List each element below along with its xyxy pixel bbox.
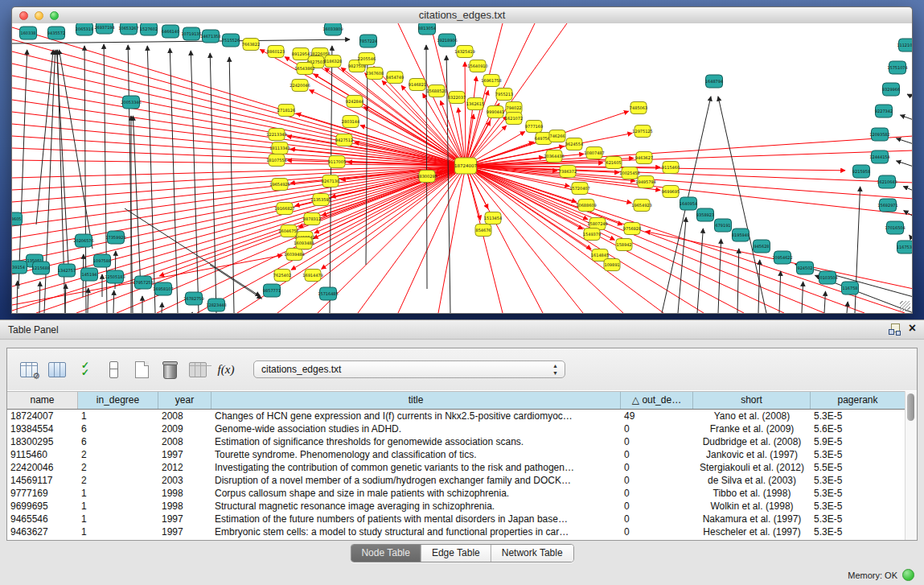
graph-node[interactable]: 26937194 xyxy=(94,23,114,34)
column-header-in_degree[interactable]: in_degree xyxy=(78,392,158,409)
graph-node[interactable]: 16958107 xyxy=(153,282,173,295)
tab-node-table[interactable]: Node Table xyxy=(351,545,421,562)
table-cell-title[interactable]: Structural magnetic resonance image aver… xyxy=(211,500,621,513)
table-row[interactable]: 1938455462009Genome-wide association stu… xyxy=(7,422,906,435)
graph-node[interactable]: 12975125 xyxy=(632,126,652,138)
graph-node[interactable]: 15692971 xyxy=(877,199,897,212)
graph-node[interactable]: 9756928 xyxy=(623,223,641,235)
graph-node[interactable]: 10688609 xyxy=(576,200,596,212)
table-cell-in_degree[interactable]: 2 xyxy=(78,474,158,487)
table-cell-name[interactable]: 14569117 xyxy=(7,474,78,487)
table-cell-pagerank[interactable]: 5.3E-5 xyxy=(811,525,906,538)
table-cell-in_degree[interactable]: 1 xyxy=(78,500,158,513)
graph-node[interactable]: 2065319 xyxy=(76,23,93,35)
table-cell-pagerank[interactable]: 5.3E-5 xyxy=(811,410,906,422)
table-cell-title[interactable]: Embryonic stem cells: a model to study s… xyxy=(211,525,621,538)
graph-node[interactable]: 12444154 xyxy=(869,150,889,163)
graph-node[interactable]: 7955213 xyxy=(495,89,513,101)
table-cell-pagerank[interactable]: 5.3E-5 xyxy=(811,487,906,500)
graph-node[interactable]: 18107554 xyxy=(266,154,286,167)
table-row[interactable]: 946362711997Embryonic stem cells: a mode… xyxy=(7,525,906,538)
table-cell-short[interactable]: Wolkin et al. (1998) xyxy=(693,500,811,513)
graph-node[interactable]: 12823448 xyxy=(206,299,226,311)
table-cell-year[interactable]: 1998 xyxy=(158,487,211,500)
table-cell-pagerank[interactable]: 5.3E-5 xyxy=(811,500,906,513)
table-cell-out_de[interactable]: 0 xyxy=(621,435,693,448)
graph-node[interactable]: 16961758 xyxy=(481,75,501,87)
minimize-window-icon[interactable] xyxy=(35,11,43,20)
graph-node[interactable]: 9857771 xyxy=(263,284,281,297)
graph-node[interactable]: 16033809 xyxy=(322,23,343,35)
table-settings-icon[interactable]: ⚙ xyxy=(18,359,39,380)
memory-status-icon[interactable] xyxy=(902,569,914,581)
tab-edge-table[interactable]: Edge Table xyxy=(421,545,491,562)
zoom-window-icon[interactable] xyxy=(50,11,59,20)
graph-node[interactable]: 9463627 xyxy=(635,152,653,164)
graph-node[interactable]: 7625402 xyxy=(273,270,291,282)
close-panel-icon[interactable]: × xyxy=(909,323,916,334)
graph-node[interactable]: 8322037 xyxy=(448,92,466,104)
graph-node[interactable]: 16914479 xyxy=(302,270,322,282)
table-cell-title[interactable]: Tourette syndrome. Phenomenology and cla… xyxy=(211,448,621,461)
graph-node[interactable]: 9242844 xyxy=(346,96,363,108)
table-cell-pagerank[interactable]: 5.3E-5 xyxy=(811,513,906,525)
graph-node[interactable]: 10719135 xyxy=(181,27,201,40)
graph-node[interactable]: 8186328 xyxy=(324,56,342,68)
graph-node[interactable]: 2205546 xyxy=(358,53,376,65)
table-cell-name[interactable]: 9777169 xyxy=(7,487,78,500)
table-cell-title[interactable]: Disruption of a novel member of a sodium… xyxy=(211,474,621,487)
graph-node[interactable]: 10954622 xyxy=(772,251,792,264)
graph-node[interactable]: 14325419 xyxy=(454,46,474,58)
table-cell-year[interactable]: 2012 xyxy=(158,461,211,474)
graph-node[interactable]: 2367608 xyxy=(366,68,384,80)
graph-node[interactable]: 8195949 xyxy=(732,229,749,241)
graph-node[interactable]: 9427512 xyxy=(335,134,353,146)
close-window-icon[interactable] xyxy=(19,11,28,20)
graph-node[interactable]: 1342757 xyxy=(58,264,76,277)
graph-node[interactable]: 15716485 xyxy=(318,287,338,300)
select-all-icon[interactable]: ✓✓ xyxy=(75,359,96,380)
graph-node[interactable]: 18113343 xyxy=(269,142,290,154)
function-builder-icon[interactable]: f(x) xyxy=(216,359,236,380)
graph-node[interactable]: 7386372 xyxy=(559,166,577,178)
table-cell-name[interactable]: 9699695 xyxy=(7,500,78,513)
graph-node[interactable]: 16543862 xyxy=(294,63,314,75)
graph-node[interactable]: 854676 xyxy=(475,225,491,237)
table-selector-dropdown[interactable]: citations_edges.txt ▲▼ xyxy=(253,360,565,378)
graph-node[interactable]: 9227342 xyxy=(875,105,893,117)
graph-node[interactable]: 17359928 xyxy=(105,231,125,244)
graph-node[interactable]: 6466140 xyxy=(162,25,179,38)
graph-node[interactable]: 7485063 xyxy=(630,102,647,114)
table-cell-name[interactable]: 9463627 xyxy=(7,525,78,538)
graph-node[interactable]: 15720407 xyxy=(569,183,589,195)
graph-node[interactable]: 8454749 xyxy=(386,72,404,84)
column-header-name[interactable]: name xyxy=(7,392,78,409)
graph-node[interactable]: 924502 xyxy=(797,262,814,274)
graph-node[interactable]: 158942 xyxy=(616,239,632,251)
new-table-icon[interactable] xyxy=(131,359,152,380)
table-cell-title[interactable]: Investigating the contribution of common… xyxy=(211,461,621,474)
table-cell-title[interactable]: Estimation of the future numbers of pati… xyxy=(211,513,621,525)
table-cell-out_de[interactable]: 49 xyxy=(621,410,693,422)
table-cell-title[interactable]: Changes of HCN gene expression and I(f) … xyxy=(211,410,621,422)
graph-node[interactable]: 16210643 xyxy=(877,175,897,188)
table-cell-in_degree[interactable]: 1 xyxy=(78,487,158,500)
table-scrollbar[interactable] xyxy=(905,391,917,540)
table-cell-out_de[interactable]: 0 xyxy=(621,448,693,461)
table-cell-year[interactable]: 1997 xyxy=(158,448,211,461)
table-cell-year[interactable]: 2008 xyxy=(158,410,211,422)
graph-node[interactable]: 19654925 xyxy=(269,179,290,191)
graph-node[interactable]: 12093582 xyxy=(869,128,889,141)
graph-node[interactable]: 10807487 xyxy=(584,147,604,159)
table-cell-out_de[interactable]: 0 xyxy=(621,500,693,513)
table-cell-short[interactable]: Yano et al. (2008) xyxy=(693,410,811,422)
graph-node[interactable]: 621605 xyxy=(606,157,622,169)
graph-node[interactable]: 160338 xyxy=(20,27,37,39)
graph-node[interactable]: 14671358 xyxy=(200,30,220,43)
graph-node[interactable]: 20206576 xyxy=(73,234,93,247)
column-header-year[interactable]: year xyxy=(158,392,211,409)
table-row[interactable]: 2242004622012Investigating the contribut… xyxy=(7,461,906,474)
graph-node[interactable]: 11353593 xyxy=(310,194,331,206)
citation-network-graph[interactable]: 1603389435572206531926937194106532671527… xyxy=(12,23,912,313)
table-cell-title[interactable]: Genome-wide association studies in ADHD. xyxy=(211,422,621,435)
